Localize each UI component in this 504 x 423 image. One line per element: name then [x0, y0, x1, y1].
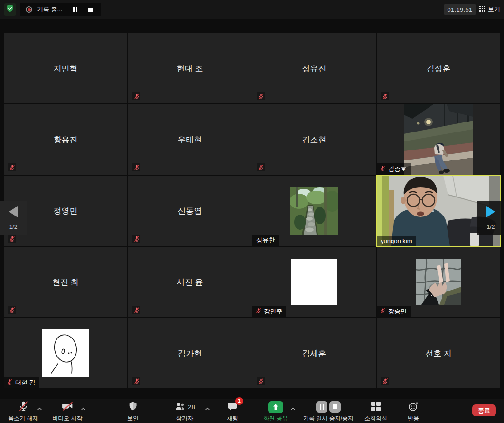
participant-name-badge: 강민주 [252, 306, 286, 317]
muted-mic-icon [132, 235, 140, 243]
muted-mic-icon [8, 306, 16, 314]
muted-mic-icon [18, 400, 29, 414]
view-button[interactable]: 보기 [479, 4, 500, 15]
participant-tile[interactable]: 현진 최 [4, 247, 127, 317]
start-video-button[interactable]: 비디오 시작 [47, 401, 87, 423]
participants-label: 참가자 [176, 414, 193, 423]
pause-recording-icon[interactable] [316, 401, 327, 413]
security-label: 보안 [127, 414, 139, 423]
participant-avatar-photo [290, 187, 338, 235]
chat-unread-badge: 1 [235, 397, 243, 405]
participant-tile[interactable]: 김성훈 [377, 33, 500, 103]
participant-name-badge: 성유찬 [252, 235, 279, 246]
participant-name: 김종호 [388, 165, 407, 173]
muted-mic-icon [255, 308, 261, 315]
muted-mic-icon [380, 165, 386, 173]
share-options-caret-icon[interactable] [290, 405, 296, 412]
start-video-label: 비디오 시작 [52, 414, 82, 423]
muted-mic-icon [132, 377, 140, 385]
breakout-rooms-button[interactable]: 소회의실 [360, 401, 392, 423]
reactions-label: 반응 [408, 414, 419, 423]
participant-name: 김성훈 [377, 33, 500, 103]
stop-recording-icon[interactable] [329, 401, 341, 413]
participant-tile[interactable]: 정유진 [252, 33, 376, 103]
shield-icon [128, 401, 138, 414]
previous-page-button[interactable]: 1/2 [0, 201, 27, 235]
chevron-right-icon [485, 206, 496, 220]
muted-mic-icon [380, 308, 386, 315]
participant-tile[interactable]: 서진 윤 [128, 247, 252, 317]
muted-mic-icon [257, 163, 265, 171]
recording-status-label: 기록 중... [37, 5, 65, 14]
muted-mic-icon [8, 163, 16, 171]
meeting-info-shield-button[interactable] [4, 3, 16, 16]
record-control-button[interactable]: 기록 일시 중지/중지 [301, 401, 356, 423]
audio-options-caret-icon[interactable] [37, 405, 42, 412]
unmute-label: 음소거 해제 [8, 414, 38, 423]
participant-tile[interactable]: 성유찬 [252, 176, 376, 246]
participants-button[interactable]: 28 참가자 [167, 401, 202, 423]
participant-name: 김소현 [252, 104, 376, 175]
participant-tile[interactable]: 강민주 [252, 247, 376, 317]
next-page-button[interactable]: 1/2 [477, 201, 504, 235]
grid-view-icon [479, 6, 485, 13]
chat-label: 채팅 [227, 414, 238, 423]
participant-tile[interactable]: 우태현 [128, 104, 252, 175]
muted-mic-icon [381, 92, 389, 100]
chat-button[interactable]: 1 채팅 [219, 401, 246, 423]
participant-name: 우태현 [128, 104, 252, 175]
participant-avatar-blank [291, 259, 337, 305]
participant-tile[interactable]: 대현 김 [4, 318, 127, 388]
participant-tile[interactable]: 김종호 [377, 104, 500, 175]
chevron-left-icon [8, 206, 19, 220]
participant-gallery: 지민혁 현대 조 정유진 김성훈 황용진 우태현 김소현 [4, 33, 500, 388]
participant-name: 현진 최 [4, 247, 127, 317]
participant-tile[interactable]: 신동엽 [128, 176, 252, 246]
video-off-icon [61, 400, 74, 414]
end-meeting-button[interactable]: 종료 [472, 404, 496, 416]
participant-photo [404, 104, 473, 175]
participant-name: 김세훈 [252, 318, 376, 388]
breakout-rooms-icon [371, 401, 381, 413]
participant-name: 대현 김 [15, 378, 36, 387]
muted-mic-icon [381, 377, 389, 385]
participant-name: 황용진 [4, 104, 127, 175]
breakout-rooms-label: 소회의실 [364, 414, 387, 423]
participants-options-caret-icon[interactable] [205, 405, 210, 412]
share-screen-icon [268, 401, 283, 413]
security-shield-icon [5, 4, 15, 15]
participant-name-badge: 장승민 [377, 306, 411, 317]
participant-tile[interactable]: 선호 지 [377, 318, 500, 388]
participants-icon [174, 401, 186, 414]
meeting-toolbar: 음소거 해제 비디오 시작 보안 28 참가자 [0, 399, 504, 423]
participant-tile[interactable]: 김가현 [128, 318, 252, 388]
reactions-button[interactable]: 반응 [400, 401, 427, 423]
security-button[interactable]: 보안 [119, 401, 147, 423]
participant-name: 선호 지 [377, 318, 500, 388]
participant-name: 장승민 [388, 307, 407, 316]
participant-tile[interactable]: 김세훈 [252, 318, 376, 388]
stop-recording-icon[interactable] [85, 5, 95, 14]
participant-name: 강민주 [264, 307, 282, 316]
unmute-button[interactable]: 음소거 해제 [3, 401, 44, 423]
record-control-label: 기록 일시 중지/중지 [303, 414, 354, 423]
participant-name-badge: 대현 김 [4, 377, 39, 388]
participant-tile[interactable]: 김소현 [252, 104, 376, 175]
participant-tile[interactable]: 현대 조 [128, 33, 252, 103]
share-screen-button[interactable]: 화면 공유 [260, 401, 291, 423]
meeting-timer: 01:19:51 [444, 4, 476, 15]
meeting-top-bar: 기록 중... 01:19:51 보기 [0, 0, 504, 19]
recording-indicator: 기록 중... [20, 3, 101, 16]
participant-avatar-drawing [42, 329, 89, 377]
chat-bubble-icon: 1 [227, 401, 238, 414]
participant-name-badge: yungon kim [377, 236, 416, 246]
view-button-label: 보기 [488, 5, 500, 14]
participant-tile[interactable]: 장승민 [377, 247, 500, 317]
participant-name: 성유찬 [256, 236, 275, 244]
participant-tile[interactable]: 황용진 [4, 104, 127, 175]
recording-dot-icon [26, 6, 32, 13]
video-options-caret-icon[interactable] [81, 405, 86, 412]
muted-mic-icon [132, 306, 140, 314]
pause-recording-icon[interactable] [70, 5, 80, 14]
participant-tile[interactable]: 지민혁 [4, 33, 127, 103]
